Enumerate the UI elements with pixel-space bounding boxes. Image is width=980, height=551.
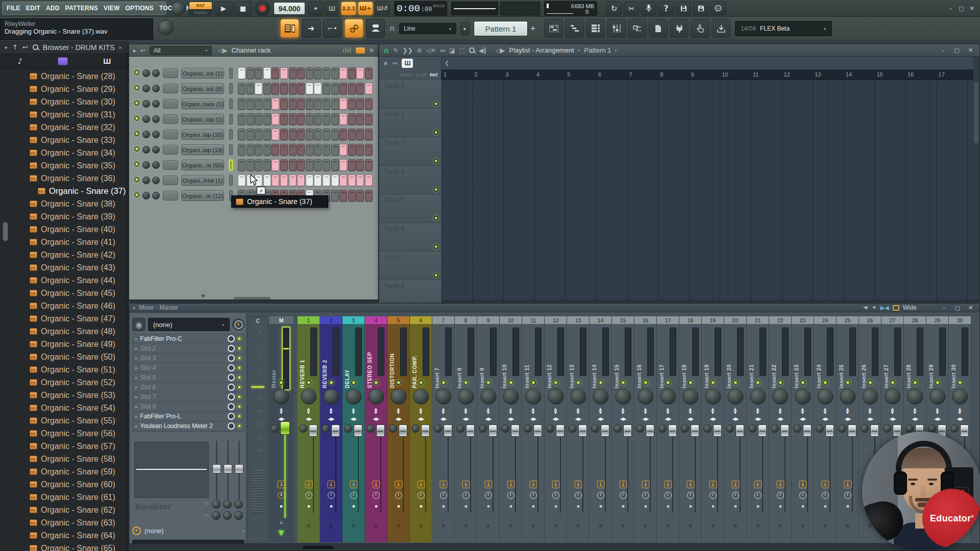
mixer-strip-23[interactable]: 23Insert 23▲▼◀▶↓▲ [792,316,814,542]
strip-mute-led[interactable] [778,380,783,385]
step-button[interactable] [238,67,246,79]
strip-mute-led[interactable] [755,380,761,385]
strip-name-label[interactable]: Insert 21 [747,330,755,388]
strip-fader[interactable] [691,424,699,437]
strip-mute-led[interactable] [733,380,738,385]
mixer-speaker-icon[interactable]: ▶◀ [880,305,889,311]
master-pitch-knob[interactable] [158,20,174,35]
master-pan-knob[interactable] [274,389,289,405]
master-strip[interactable]: M Master ▲▼ ◀▶ ↓ ▲ ▼ [269,316,293,542]
step-button[interactable] [280,129,288,140]
channel-name-button[interactable]: Organic..lap (1) [181,114,224,124]
strip-width-arrows[interactable]: ◀▶ [912,416,918,421]
channel-enable-led[interactable] [134,192,139,197]
step-button[interactable] [280,159,288,171]
slot-mix-knob[interactable] [228,355,235,362]
strip-mute-led[interactable] [710,380,716,385]
stop-button[interactable]: ■ [234,2,252,15]
strip-sep-knob[interactable] [681,424,689,433]
slot-mix-knob[interactable] [228,335,235,342]
strip-sep-knob[interactable] [411,424,420,433]
mixer-strip-18[interactable]: 18Insert 18▲▼◀▶↓▲ [679,316,702,542]
strip-route-icon[interactable]: ↓ [731,481,739,488]
strip-clock-icon[interactable] [822,492,829,499]
strip-mute-led[interactable] [419,380,424,385]
strip-number[interactable]: 11 [522,316,544,324]
slot-mix-knob[interactable] [228,403,235,410]
strip-name-label[interactable]: REVERB 2 [321,330,329,388]
strip-number[interactable]: 17 [657,316,679,324]
loop-record-button[interactable]: Ш↺ [375,2,390,15]
step-button[interactable] [348,144,356,156]
strip-sep-knob[interactable] [479,424,487,433]
fx-slot[interactable]: ▸Slot 5 [133,373,244,383]
strip-pan-knob[interactable] [862,389,878,405]
strip-mute-led[interactable] [845,380,850,385]
step-button[interactable] [280,83,288,94]
strip-pan-knob[interactable] [503,389,519,405]
playlist-crumb[interactable]: Pattern 1 [584,46,611,54]
strip-number[interactable]: 4 [365,316,387,324]
slot-arrow-icon[interactable]: ▸ [135,404,138,409]
step-button[interactable] [272,113,279,125]
strip-route-icon[interactable]: ↓ [552,481,559,488]
strip-fader[interactable] [376,424,385,437]
step-button[interactable] [365,113,373,125]
browser-list-item[interactable]: Organic - Snare (62) [0,504,129,516]
browser-list-item[interactable]: Organic - Snare (45) [0,287,129,299]
search-icon[interactable] [33,44,38,50]
step-button[interactable] [331,144,339,156]
strip-number[interactable]: 7 [432,316,454,324]
playlist-track-header[interactable]: Track 1 [379,80,442,109]
save-new-version-button[interactable] [693,2,708,15]
strip-clock-icon[interactable] [665,492,672,499]
step-button[interactable] [238,98,246,110]
playlist-vscrollbar[interactable] [974,82,978,143]
fx-slot[interactable]: ▸Slot 2 [133,344,244,354]
channel-pan-knob[interactable] [142,100,150,108]
strip-width-arrows[interactable]: ◀▶ [306,416,312,421]
fx-slot-label[interactable]: Youlean Loudness Meter 2 [140,422,225,430]
slot-arrow-icon[interactable]: ▸ [135,385,138,390]
strip-sep-knob[interactable] [636,424,644,433]
mixer-strip-1[interactable]: 1REVERB 1▲▼◀▶↓▲ [298,316,320,542]
step-button[interactable] [255,83,262,94]
strip-number[interactable]: 3 [342,316,364,324]
mixer-maximize-button[interactable]: ▢ [952,304,962,312]
strip-number[interactable]: 20 [724,316,746,324]
step-button[interactable] [263,129,271,140]
strip-clock-icon[interactable] [485,492,492,499]
step-button[interactable] [323,129,330,140]
step-button[interactable] [272,98,279,110]
strip-mute-led[interactable] [935,380,940,385]
strip-pan-knob[interactable] [480,389,496,405]
strip-pan-knob[interactable] [638,389,653,405]
channel-select-strip[interactable] [229,68,233,79]
countdown-button[interactable]: 3.2.1 [341,2,356,15]
strip-route-icon[interactable]: ↓ [484,481,492,488]
step-button[interactable] [306,67,313,79]
strip-width-arrows[interactable]: ◀▶ [508,416,514,421]
strip-name-label[interactable]: Insert 13 [568,330,576,388]
strip-stereo-arrows[interactable]: ▲▼ [487,407,490,414]
strip-stereo-arrows[interactable]: ▲▼ [577,407,580,414]
strip-name-label[interactable]: Insert 16 [635,330,643,388]
channel-pan-knob[interactable] [142,177,150,184]
step-button[interactable] [314,144,322,156]
strip-sep-knob[interactable] [569,424,577,433]
strip-pan-knob[interactable] [435,389,451,405]
step-button[interactable] [306,98,313,110]
tab-plugins-icon[interactable] [58,57,68,65]
step-button[interactable] [323,98,330,110]
snap-magnet-icon[interactable]: ∩ [383,46,389,55]
strip-sep-knob[interactable] [771,424,779,433]
fx-slot[interactable]: ▸FabFilter Pro-L [133,412,244,421]
strip-name-label[interactable]: STEREO SEP [365,330,374,388]
strip-name-label[interactable]: Insert 15 [612,330,621,388]
playback-tool-icon[interactable]: ◀‖ [479,47,486,54]
strip-number[interactable]: 24 [814,316,836,324]
strip-fader[interactable] [870,424,879,437]
step-button[interactable] [238,113,246,125]
strip-stereo-arrows[interactable]: ▲▼ [734,407,737,414]
strip-number[interactable]: 15 [612,316,634,324]
